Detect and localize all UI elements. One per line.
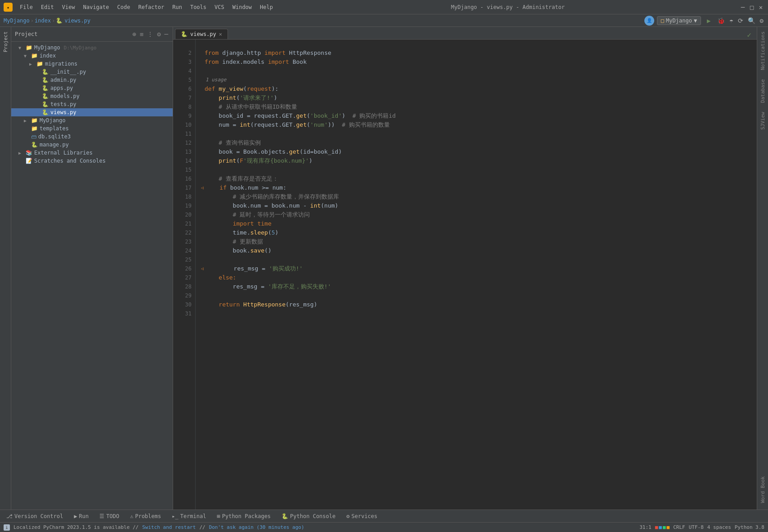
menu-help[interactable]: Help [256,3,277,11]
code-10d: )) [328,120,342,129]
breadcrumb-file[interactable]: views.py [64,18,90,24]
user-avatar[interactable]: 👤 [644,16,654,26]
settings-icon[interactable]: ⚙ [156,30,161,39]
code-content[interactable]: from django.http import HttpResponse fro… [196,40,757,510]
python-console-tab[interactable]: 🐍 Python Console [279,512,338,520]
tree-item-scratches[interactable]: ▶ 📝 Scratches and Consoles [11,157,173,165]
coverage-button[interactable]: ☂ [728,16,734,25]
menu-tools[interactable]: Tools [187,3,210,11]
menu-view[interactable]: View [58,3,79,11]
code-line-9: book_id = request.GET. get ( 'book_id' )… [199,111,757,120]
debug-button[interactable]: 🐞 [716,16,726,25]
project-selector[interactable]: □ MyDjango ▼ [657,16,701,25]
indent[interactable]: 4 spaces [707,524,731,530]
profile-button[interactable]: ⟳ [737,16,744,25]
code-line-8: # 从请求中获取书籍ID和数量 [199,102,757,111]
menu-edit[interactable]: Edit [37,3,58,11]
line-num-24: 24 [177,246,192,255]
tree-item-manage[interactable]: ▶ 🐍 manage.py [11,141,173,149]
code-line-26: ◁ res_msg = '购买成功!' [199,264,757,273]
status-left: i Localized PyCharm 2023.1.5 is availabl… [4,524,304,531]
filter-button[interactable]: ⋮ [146,30,154,39]
tab-close-button[interactable]: ✕ [219,31,222,37]
sidebar-title: Project [15,31,129,37]
tree-item-views[interactable]: ▶ 🐍 views.py [11,108,173,116]
code-line-30: return HttpResponse (res_msg) [199,300,757,309]
python-version[interactable]: Python 3.8 [735,524,764,530]
python-console-label: Python Console [290,513,335,519]
comment-23: # 更新数据 [205,237,263,246]
menu-navigate[interactable]: Navigate [80,3,113,11]
code-line-18: # 减少书籍的库存数量，并保存到数据库 [199,192,757,201]
tree-item-apps[interactable]: ▶ 🐍 apps.py [11,84,173,92]
tree-item-external-libs[interactable]: ▶ 📚 External Libraries [11,149,173,157]
todo-tab[interactable]: ☰ TODO [97,512,122,520]
breadcrumb-mydjango[interactable]: MyDjango [4,18,30,24]
code-10b: (request.GET. [250,120,296,129]
dont-ask-link[interactable]: Don't ask again (30 minutes ago) [209,524,304,530]
tree-item-mydjango[interactable]: ▼ 📁 MyDjango D:\MyDjango [11,44,173,52]
fn-sleep-22: sleep [250,228,268,237]
code-19: book.num = book.num - [205,201,310,210]
run-button[interactable]: ▶ [704,16,714,26]
status-right: 31:1 ■■■■ CRLF UTF-8 4 spaces Python 3.8 [639,524,764,530]
database-tab[interactable]: Database [758,76,768,106]
tree-item-migrations[interactable]: ▶ 📁 migrations [11,60,173,68]
terminal-tab[interactable]: ▸_ Terminal [169,512,209,520]
version-control-tab[interactable]: ⎇ Version Control [4,512,66,520]
tree-item-mydjango-sub[interactable]: ▶ 📁 MyDjango [11,116,173,124]
switch-restart-link[interactable]: Switch and restart [142,524,196,530]
line-num-13: 13 [177,147,192,156]
code-line-31 [199,309,757,318]
services-tab[interactable]: ⚙ Services [344,512,380,520]
tree-item-db[interactable]: ▶ 🗃 db.sqlite3 [11,133,173,141]
run-tab[interactable]: ▶ Run [71,512,91,520]
cursor-position[interactable]: 31:1 [639,524,652,530]
line-numbers: 2 3 4 5 6 7 8 9 10 11 12 13 14 15 16 17 … [173,40,196,510]
line-ending[interactable]: CRLF [673,524,685,530]
nav-right: 👤 □ MyDjango ▼ ▶ 🐞 ☂ ⟳ 🔍 ⚙ [644,16,764,26]
code-line-21: import time [199,219,757,228]
gutter-23 [199,237,205,246]
code-editor[interactable]: 2 3 4 5 6 7 8 9 10 11 12 13 14 15 16 17 … [173,40,757,510]
tree-item-index[interactable]: ▼ 📁 index [11,52,173,60]
line-num-6: 6 [177,84,192,93]
search-button[interactable]: 🔍 [747,16,756,25]
python-packages-tab[interactable]: ⊞ Python Packages [214,512,273,520]
close-sidebar-button[interactable]: ─ [164,30,169,39]
tree-item-init[interactable]: ▶ 🐍 __init__.py [11,68,173,76]
code-line-22: time. sleep ( 5 ) [199,228,757,237]
menu-run[interactable]: Run [169,3,186,11]
collapse-all-button[interactable]: ≡ [139,30,144,39]
tree-item-templates[interactable]: ▶ 📁 templates [11,124,173,133]
notification-icon: i [4,524,10,531]
tree-item-admin[interactable]: ▶ 🐍 admin.py [11,76,173,84]
encoding[interactable]: UTF-8 [689,524,704,530]
gutter-9 [199,111,205,120]
line-num-7: 7 [177,93,192,102]
maximize-button[interactable]: □ [748,4,755,11]
notifications-tab[interactable]: Notifications [758,29,768,73]
expand-all-button[interactable]: ⊕ [131,30,137,39]
settings-button[interactable]: ⚙ [759,16,764,25]
close-button[interactable]: ✕ [757,4,764,11]
keyword-if-17: if [205,183,230,192]
tree-item-tests[interactable]: ▶ 🐍 tests.py [11,100,173,108]
code-14b: ( [236,156,240,165]
menu-window[interactable]: Window [229,3,255,11]
menu-vcs[interactable]: VCS [211,3,228,11]
tab-views-py[interactable]: 🐍 views.py ✕ [175,29,228,39]
problems-tab[interactable]: ⚠ Problems [127,512,164,520]
project-tab[interactable]: Project [1,29,10,55]
line-num-28: 28 [177,282,192,291]
word-book-tab[interactable]: Word Book [758,474,768,506]
line-num-26: 26 [177,264,192,273]
breadcrumb-index[interactable]: index [35,18,51,24]
menu-refactor[interactable]: Refactor [134,3,168,11]
minimize-button[interactable]: ─ [739,4,746,11]
menu-code[interactable]: Code [114,3,134,11]
tree-item-models[interactable]: ▶ 🐍 models.py [11,92,173,100]
menu-file[interactable]: File [16,3,36,11]
breadcrumb-sep1: › [31,18,34,24]
saview-tab[interactable]: SJView [758,109,768,133]
